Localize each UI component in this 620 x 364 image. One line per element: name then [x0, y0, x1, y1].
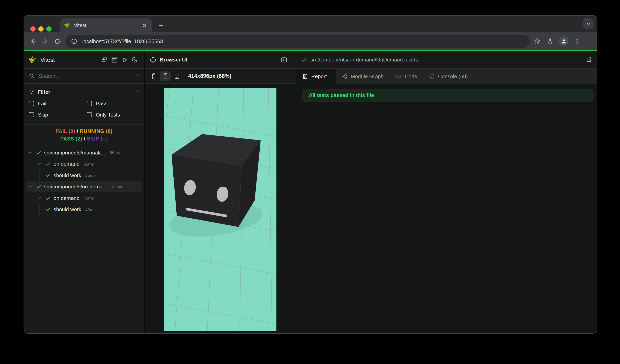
address-bar[interactable] [65, 34, 530, 48]
tree-row-test[interactable]: should work 43ms [24, 204, 144, 215]
checkbox-label: Pass [96, 101, 108, 107]
tree-row-suite[interactable]: on demand 43ms [24, 192, 144, 204]
minimize-window-button[interactable] [38, 26, 44, 31]
menu-kebab-icon[interactable] [574, 38, 580, 44]
tree-row-test[interactable]: should work 55ms [24, 170, 144, 181]
site-info-icon[interactable] [71, 38, 77, 44]
chevron-down-icon[interactable] [36, 162, 42, 166]
funnel-icon [29, 89, 34, 95]
browser-ui-header: Browser UI [145, 51, 296, 69]
vitest-logo-icon [28, 56, 36, 64]
checkbox-icon[interactable] [87, 112, 92, 117]
back-button[interactable] [27, 35, 39, 47]
filter-title: Filter [38, 89, 133, 95]
cube-front-face [171, 155, 242, 227]
filter-checkbox-skip[interactable]: Skip [29, 112, 87, 118]
browser-tab-strip: Vitest × + [24, 15, 597, 32]
test-tree: src/components/manual/… 56ms on demand 5… [24, 146, 144, 333]
vitest-ui: Vitest [24, 51, 597, 333]
toolbar-actions [534, 36, 580, 46]
chevron-down-icon[interactable] [36, 196, 42, 200]
tab-module-graph[interactable]: Module Graph [336, 69, 390, 84]
reload-button[interactable] [51, 35, 63, 47]
screen: Vitest × + [0, 0, 620, 364]
new-tab-button[interactable]: + [156, 20, 166, 31]
close-window-button[interactable] [30, 26, 36, 31]
zoom-window-button[interactable] [46, 26, 51, 31]
report-header: src/components/on-demand/OnDemand.test.t… [296, 51, 597, 69]
clear-search-filter-icon[interactable] [133, 73, 139, 79]
device-preset-large-button[interactable] [172, 71, 182, 81]
app-title: Vitest [40, 57, 97, 63]
filter-checkbox-fail[interactable]: Fail [29, 101, 87, 107]
filter-options: Fail Pass Skip Only Tests [29, 101, 139, 118]
tab-search-chevron-button[interactable] [583, 18, 594, 29]
test-file-name: src/components/manual/… [44, 150, 106, 156]
skip-count: SKIP (--) [87, 136, 108, 142]
sidebar-header: Vitest [24, 51, 144, 69]
experiments-flask-icon[interactable] [546, 38, 553, 44]
profile-avatar[interactable] [559, 36, 569, 46]
pass-check-icon [35, 150, 42, 155]
checkbox-icon[interactable] [29, 101, 34, 106]
moon-icon [131, 57, 138, 63]
chevron-down-icon[interactable] [26, 150, 33, 155]
tree-row-suite[interactable]: on demand 56ms [24, 158, 144, 170]
reload-icon [54, 38, 61, 44]
tab-label: Report [311, 73, 327, 79]
summary-line-2: PASS (2) / SKIP (--) [57, 136, 111, 143]
tab-label: Console (69) [438, 73, 468, 79]
test-duration: 55ms [85, 173, 95, 178]
tab-console[interactable]: Console (69) [423, 69, 474, 84]
clear-filters-icon[interactable] [133, 89, 139, 95]
bookmark-star-icon[interactable] [534, 38, 541, 45]
running-count: RUNNING (0) [80, 129, 112, 134]
suite-name: on demand [54, 161, 79, 167]
test-file-name: src/components/on-dema… [44, 184, 108, 190]
device-toolbar: 414x896px (68%) [145, 69, 296, 84]
forward-arrow-icon [42, 38, 49, 45]
phone-plus-icon [162, 73, 169, 79]
fail-count: FAIL (0) [56, 129, 75, 134]
report-tabs: Report Module Graph [296, 69, 597, 84]
search-input[interactable] [38, 73, 133, 79]
dashboard-button[interactable] [111, 56, 118, 63]
checkbox-icon[interactable] [29, 112, 34, 117]
tab-report[interactable]: Report [296, 69, 336, 84]
tab-close-icon[interactable]: × [141, 22, 148, 29]
report-content: All tests passed in this file [296, 84, 597, 333]
dashboard-icon [111, 56, 118, 63]
run-all-button[interactable] [122, 57, 128, 63]
chevron-down-icon[interactable] [26, 185, 33, 189]
globe-icon [150, 57, 156, 63]
url-input[interactable] [81, 38, 524, 44]
test-duration: 43ms [83, 196, 94, 201]
tested-app-viewport[interactable] [164, 88, 277, 331]
tree-row-file[interactable]: src/components/manual/… 56ms [24, 147, 144, 158]
hide-panel-button[interactable] [281, 57, 287, 63]
tree-row-file-selected[interactable]: src/components/on-dema… 43ms [24, 181, 144, 192]
device-preset-medium-button[interactable] [160, 71, 170, 81]
search-icon [29, 73, 35, 79]
checkbox-icon[interactable] [87, 101, 92, 106]
device-preset-small-button[interactable] [149, 71, 159, 81]
collapse-panels-button[interactable] [101, 57, 108, 63]
forward-button[interactable] [39, 35, 51, 47]
open-in-editor-button[interactable] [586, 57, 592, 63]
test-duration: 43ms [85, 207, 95, 212]
filter-checkbox-only-tests[interactable]: Only Tests [87, 112, 139, 118]
dark-mode-toggle[interactable] [131, 57, 138, 63]
banner-text: All tests passed in this file [309, 92, 374, 98]
chevron-down-icon [586, 21, 591, 26]
tab-code[interactable]: Code [390, 69, 423, 84]
pass-check-icon [45, 196, 51, 201]
filter-checkbox-pass[interactable]: Pass [87, 101, 139, 107]
play-icon [122, 57, 128, 63]
all-tests-passed-banner: All tests passed in this file [302, 89, 594, 102]
clipboard-icon [302, 73, 308, 79]
pass-check-icon [301, 57, 307, 62]
browser-tab[interactable]: Vitest × [60, 18, 152, 32]
tab-label: Code [405, 73, 417, 79]
test-name: should work [54, 206, 81, 213]
code-icon [396, 73, 402, 79]
